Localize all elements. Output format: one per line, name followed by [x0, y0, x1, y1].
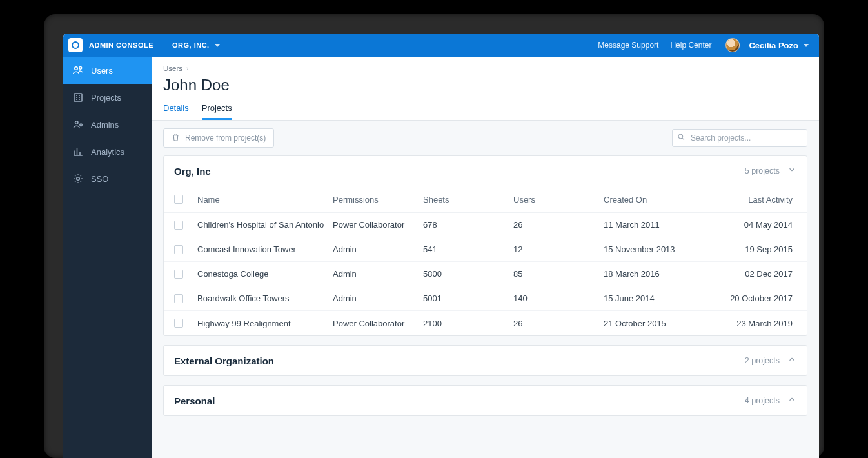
tab-projects[interactable]: Projects [202, 103, 232, 120]
col-name: Name [197, 195, 333, 204]
search-icon [677, 132, 686, 144]
svg-point-5 [77, 177, 80, 181]
sidebar: Users Projects Admins [63, 57, 152, 458]
breadcrumb-root[interactable]: Users [163, 65, 182, 72]
panel-header[interactable]: External Organization 2 projects [164, 346, 807, 375]
cell-name: Boardwalk Office Towers [197, 294, 333, 303]
table-row[interactable]: Comcast Innovation Tower Admin 541 12 15… [164, 237, 807, 262]
remove-label: Remove from project(s) [185, 134, 266, 143]
sidebar-item-label: Users [91, 66, 113, 75]
panel-count: 4 projects [745, 396, 780, 405]
table-row[interactable]: Highway 99 Realignment Power Collaborato… [164, 311, 807, 335]
row-checkbox[interactable] [174, 221, 183, 230]
cell-activity: 02 Dec 2017 [713, 269, 796, 279]
cell-permissions: Admin [333, 269, 423, 279]
col-users: Users [513, 195, 604, 204]
sidebar-item-label: SSO [91, 174, 108, 184]
project-group-panel: Personal 4 projects [163, 385, 807, 416]
users-icon [72, 65, 84, 76]
topbar: ADMIN CONSOLE ORG, INC. Message Support … [63, 34, 819, 57]
trash-icon [172, 133, 180, 143]
row-checkbox[interactable] [174, 319, 183, 328]
cell-activity: 04 May 2014 [713, 220, 796, 230]
cell-created: 15 June 2014 [604, 294, 713, 303]
divider [163, 39, 163, 52]
cell-name: Children's Hospital of San Antonio [197, 220, 333, 230]
cell-activity: 20 October 2017 [713, 294, 796, 303]
cell-activity: 19 Sep 2015 [713, 244, 796, 254]
cell-sheets: 5800 [423, 269, 513, 279]
cell-users: 140 [513, 294, 604, 303]
panel-title: External Organization [174, 355, 274, 366]
remove-from-projects-button[interactable]: Remove from project(s) [163, 128, 274, 148]
select-all-checkbox[interactable] [174, 195, 183, 204]
cell-users: 85 [513, 269, 604, 279]
table-row[interactable]: Children's Hospital of San Antonio Power… [164, 213, 807, 237]
cell-users: 26 [513, 319, 604, 328]
svg-point-3 [75, 121, 79, 124]
svg-point-1 [79, 66, 82, 69]
row-checkbox[interactable] [174, 294, 183, 303]
message-support-link[interactable]: Message Support [598, 41, 658, 50]
panel-title: Org, Inc [174, 166, 211, 177]
cell-name: Highway 99 Realignment [197, 319, 333, 328]
panel-count: 5 projects [745, 166, 780, 175]
svg-rect-2 [74, 94, 82, 101]
help-center-link[interactable]: Help Center [670, 41, 711, 50]
sidebar-item-users[interactable]: Users [63, 57, 152, 84]
chevron-up-icon[interactable] [787, 355, 796, 366]
main-content: Users › John Doe Details Projects [152, 57, 819, 458]
cell-name: Conestoga College [197, 269, 333, 279]
row-checkbox[interactable] [174, 245, 183, 254]
sidebar-item-analytics[interactable]: Analytics [63, 138, 152, 165]
tab-details[interactable]: Details [163, 103, 189, 120]
cell-permissions: Power Collaborator [333, 220, 423, 230]
panel-header[interactable]: Org, Inc 5 projects [164, 156, 807, 186]
brand-label: ADMIN CONSOLE [89, 41, 153, 49]
chart-icon [72, 146, 84, 157]
user-menu[interactable]: Cecilia Pozo [749, 41, 809, 50]
cell-created: 18 March 2016 [604, 269, 713, 279]
svg-point-6 [678, 134, 683, 139]
sidebar-item-label: Projects [91, 93, 121, 103]
user-avatar[interactable] [725, 38, 740, 52]
col-activity: Last Activity [713, 195, 796, 204]
cell-created: 15 November 2013 [604, 244, 713, 254]
table-row[interactable]: Conestoga College Admin 5800 85 18 March… [164, 262, 807, 286]
cell-sheets: 541 [423, 244, 513, 254]
cell-created: 11 March 2011 [604, 220, 713, 230]
cell-sheets: 5001 [423, 294, 513, 303]
cell-users: 12 [513, 244, 604, 254]
cell-sheets: 2100 [423, 319, 513, 328]
table-row[interactable]: Boardwalk Office Towers Admin 5001 140 1… [164, 286, 807, 311]
chevron-up-icon[interactable] [787, 395, 796, 406]
panel-title: Personal [174, 395, 215, 406]
project-group-panel: Org, Inc 5 projects Name Permissions She… [163, 155, 807, 336]
chevron-down-icon [215, 44, 220, 47]
org-switcher[interactable]: ORG, INC. [172, 41, 220, 49]
org-name: ORG, INC. [172, 41, 210, 49]
col-permissions: Permissions [333, 195, 423, 204]
user-name-label: Cecilia Pozo [749, 41, 798, 50]
panel-header[interactable]: Personal 4 projects [164, 386, 807, 415]
app-logo [68, 38, 83, 52]
col-created: Created On [604, 195, 713, 204]
chevron-down-icon [804, 44, 809, 47]
cell-permissions: Power Collaborator [333, 319, 423, 328]
breadcrumb: Users › [163, 65, 807, 72]
sidebar-item-label: Admins [91, 120, 119, 130]
building-icon [72, 92, 84, 103]
gear-icon [72, 173, 84, 184]
chevron-right-icon: › [186, 65, 188, 72]
sidebar-item-label: Analytics [91, 147, 124, 157]
cell-created: 21 October 2015 [604, 319, 713, 328]
col-sheets: Sheets [423, 195, 513, 204]
table-header-row: Name Permissions Sheets Users Created On… [164, 186, 807, 213]
chevron-down-icon[interactable] [787, 165, 796, 177]
sidebar-item-admins[interactable]: Admins [63, 111, 152, 138]
sidebar-item-sso[interactable]: SSO [63, 165, 152, 192]
cell-sheets: 678 [423, 220, 513, 230]
sidebar-item-projects[interactable]: Projects [63, 84, 152, 111]
search-input[interactable] [672, 129, 807, 147]
row-checkbox[interactable] [174, 270, 183, 279]
